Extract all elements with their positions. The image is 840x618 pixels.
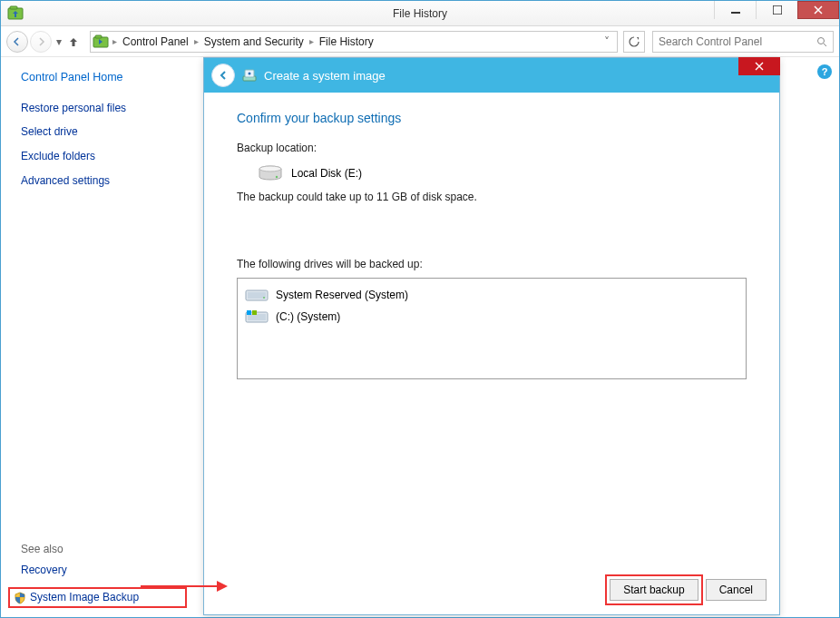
sidebar-link-select-drive[interactable]: Select drive <box>21 124 187 140</box>
drives-list: System Reserved (System) (C:) (System) <box>237 278 747 379</box>
refresh-button[interactable] <box>623 31 645 53</box>
svg-rect-3 <box>773 5 782 15</box>
backup-location-row: Local Disk (E:) <box>237 162 747 191</box>
see-also-label: See also <box>21 543 187 555</box>
location-icon <box>93 34 109 50</box>
svg-point-15 <box>263 297 265 299</box>
svg-rect-19 <box>252 310 257 315</box>
wizard-footer: Start backup Cancel <box>204 565 779 614</box>
shield-icon <box>14 592 26 604</box>
wizard-close-button[interactable] <box>738 57 780 75</box>
drive-list-item: System Reserved (System) <box>245 284 738 306</box>
titlebar: File History <box>1 1 839 26</box>
app-icon <box>6 5 24 23</box>
svg-rect-2 <box>731 12 740 14</box>
control-panel-home-link[interactable]: Control Panel Home <box>21 70 187 86</box>
wizard-icon <box>242 68 257 83</box>
search-box[interactable] <box>652 31 834 53</box>
windows-drive-icon <box>245 309 269 325</box>
wizard-title: Create a system image <box>264 69 386 83</box>
create-system-image-dialog: Create a system image Confirm your backu… <box>203 57 780 615</box>
system-image-backup-label[interactable]: System Image Backup <box>30 590 139 605</box>
backup-location-value: Local Disk (E:) <box>291 167 362 180</box>
chevron-right-icon: ▸ <box>308 36 316 46</box>
svg-rect-5 <box>95 35 102 38</box>
breadcrumb-item[interactable]: Control Panel <box>119 32 192 52</box>
svg-point-6 <box>818 37 825 44</box>
svg-point-9 <box>249 73 251 75</box>
drive-label: System Reserved (System) <box>276 289 408 301</box>
forward-button[interactable] <box>30 31 52 53</box>
up-button[interactable] <box>66 34 81 49</box>
drive-list-item: (C:) (System) <box>245 306 738 328</box>
drives-list-label: The following drives will be backed up: <box>237 258 747 270</box>
sidebar-link-restore[interactable]: Restore personal files <box>21 101 187 116</box>
address-dropdown[interactable]: ˅ <box>599 35 615 48</box>
window-title: File History <box>393 7 447 20</box>
start-backup-button[interactable]: Start backup <box>610 579 698 601</box>
svg-rect-17 <box>248 314 266 320</box>
wizard-heading: Confirm your backup settings <box>237 111 747 125</box>
wizard-titlebar: Create a system image <box>204 58 779 93</box>
breadcrumb-item[interactable]: System and Security <box>200 32 308 52</box>
sidebar-link-recovery[interactable]: Recovery <box>21 563 187 578</box>
svg-rect-14 <box>248 292 266 299</box>
sidebar-link-advanced[interactable]: Advanced settings <box>21 173 187 189</box>
help-icon[interactable]: ? <box>817 64 832 79</box>
sidebar-link-exclude[interactable]: Exclude folders <box>21 149 187 164</box>
navigation-bar: ▾ ▸ Control Panel ▸ System and Security … <box>1 26 839 57</box>
hard-drive-icon <box>259 165 282 181</box>
search-icon <box>816 36 827 47</box>
history-dropdown[interactable]: ▾ <box>54 35 64 48</box>
minimize-button[interactable] <box>714 1 756 19</box>
drive-label: (C:) (System) <box>276 310 340 323</box>
sidebar: Control Panel Home Restore personal file… <box>1 57 196 617</box>
cancel-button[interactable]: Cancel <box>706 579 767 601</box>
wizard-back-button[interactable] <box>211 64 235 87</box>
backup-location-label: Backup location: <box>237 142 747 154</box>
search-input[interactable] <box>659 35 816 48</box>
back-button[interactable] <box>6 31 28 53</box>
svg-rect-18 <box>247 310 251 315</box>
hard-drive-icon <box>245 287 269 303</box>
svg-point-11 <box>259 166 281 172</box>
chevron-right-icon: ▸ <box>111 36 119 46</box>
svg-rect-1 <box>10 6 17 9</box>
sidebar-link-system-image-backup[interactable]: System Image Backup <box>8 587 187 608</box>
address-bar[interactable]: ▸ Control Panel ▸ System and Security ▸ … <box>90 31 618 53</box>
backup-size-note: The backup could take up to 11 GB of dis… <box>237 191 747 203</box>
close-button[interactable] <box>797 1 839 19</box>
chevron-right-icon: ▸ <box>192 36 200 46</box>
svg-point-12 <box>276 176 278 178</box>
breadcrumb-item[interactable]: File History <box>316 32 377 52</box>
maximize-button[interactable] <box>756 1 797 19</box>
